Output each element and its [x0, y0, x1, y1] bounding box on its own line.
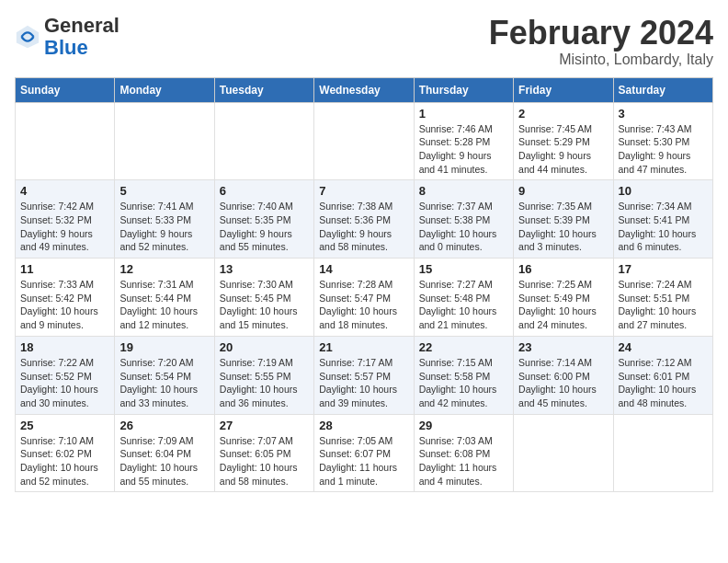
day-number: 1 — [419, 107, 508, 121]
col-saturday: Saturday — [613, 77, 712, 102]
day-info: Sunrise: 7:25 AM Sunset: 5:49 PM Dayligh… — [518, 278, 608, 332]
day-info: Sunrise: 7:10 AM Sunset: 6:02 PM Dayligh… — [20, 434, 109, 488]
day-info: Sunrise: 7:37 AM Sunset: 5:38 PM Dayligh… — [419, 200, 508, 254]
day-info: Sunrise: 7:31 AM Sunset: 5:44 PM Dayligh… — [119, 278, 209, 332]
day-info: Sunrise: 7:45 AM Sunset: 5:29 PM Dayligh… — [518, 122, 608, 177]
day-number: 2 — [518, 107, 608, 121]
calendar-cell — [314, 102, 414, 180]
day-info: Sunrise: 7:28 AM Sunset: 5:47 PM Dayligh… — [319, 278, 408, 332]
calendar-cell: 12Sunrise: 7:31 AM Sunset: 5:44 PM Dayli… — [115, 259, 214, 337]
calendar-cell — [613, 414, 712, 492]
day-number: 28 — [319, 419, 408, 432]
calendar-cell: 28Sunrise: 7:05 AM Sunset: 6:07 PM Dayli… — [314, 414, 414, 492]
calendar-table: Sunday Monday Tuesday Wednesday Thursday… — [15, 77, 713, 493]
logo: General Blue — [15, 15, 119, 59]
day-info: Sunrise: 7:33 AM Sunset: 5:42 PM Dayligh… — [20, 278, 109, 332]
day-info: Sunrise: 7:03 AM Sunset: 6:08 PM Dayligh… — [419, 434, 508, 488]
day-number: 29 — [419, 419, 508, 432]
day-number: 14 — [319, 262, 408, 276]
logo-text: General Blue — [44, 15, 119, 59]
calendar-header: Sunday Monday Tuesday Wednesday Thursday… — [16, 77, 713, 102]
header-row: Sunday Monday Tuesday Wednesday Thursday… — [16, 77, 713, 102]
day-number: 10 — [619, 184, 708, 198]
calendar-week-row: 1Sunrise: 7:46 AM Sunset: 5:28 PM Daylig… — [16, 102, 713, 180]
calendar-cell: 3Sunrise: 7:43 AM Sunset: 5:30 PM Daylig… — [613, 102, 712, 180]
col-wednesday: Wednesday — [314, 77, 414, 102]
calendar-cell: 8Sunrise: 7:37 AM Sunset: 5:38 PM Daylig… — [414, 180, 513, 259]
calendar-cell: 27Sunrise: 7:07 AM Sunset: 6:05 PM Dayli… — [214, 414, 313, 492]
col-sunday: Sunday — [16, 77, 115, 102]
day-info: Sunrise: 7:07 AM Sunset: 6:05 PM Dayligh… — [220, 434, 309, 488]
calendar-cell: 20Sunrise: 7:19 AM Sunset: 5:55 PM Dayli… — [214, 336, 313, 414]
calendar-cell: 21Sunrise: 7:17 AM Sunset: 5:57 PM Dayli… — [314, 336, 414, 414]
calendar-cell: 14Sunrise: 7:28 AM Sunset: 5:47 PM Dayli… — [314, 259, 414, 337]
calendar-cell: 23Sunrise: 7:14 AM Sunset: 6:00 PM Dayli… — [514, 336, 613, 414]
calendar-cell: 17Sunrise: 7:24 AM Sunset: 5:51 PM Dayli… — [613, 259, 712, 337]
day-number: 12 — [119, 262, 209, 276]
calendar-cell: 26Sunrise: 7:09 AM Sunset: 6:04 PM Dayli… — [115, 414, 214, 492]
calendar-cell: 9Sunrise: 7:35 AM Sunset: 5:39 PM Daylig… — [514, 180, 613, 259]
col-thursday: Thursday — [414, 77, 513, 102]
title-area: February 2024 Misinto, Lombardy, Italy — [489, 15, 713, 68]
day-number: 22 — [419, 340, 508, 354]
day-info: Sunrise: 7:09 AM Sunset: 6:04 PM Dayligh… — [119, 434, 209, 488]
day-info: Sunrise: 7:05 AM Sunset: 6:07 PM Dayligh… — [319, 434, 408, 488]
day-info: Sunrise: 7:24 AM Sunset: 5:51 PM Dayligh… — [619, 278, 708, 332]
day-number: 5 — [119, 184, 209, 198]
day-info: Sunrise: 7:42 AM Sunset: 5:32 PM Dayligh… — [20, 200, 109, 254]
page-subtitle: Misinto, Lombardy, Italy — [489, 52, 713, 68]
calendar-cell: 15Sunrise: 7:27 AM Sunset: 5:48 PM Dayli… — [414, 259, 513, 337]
day-number: 13 — [220, 262, 309, 276]
calendar-cell: 4Sunrise: 7:42 AM Sunset: 5:32 PM Daylig… — [16, 180, 115, 259]
day-number: 24 — [619, 340, 708, 354]
calendar-cell: 2Sunrise: 7:45 AM Sunset: 5:29 PM Daylig… — [514, 102, 613, 180]
calendar-week-row: 18Sunrise: 7:22 AM Sunset: 5:52 PM Dayli… — [16, 336, 713, 414]
col-monday: Monday — [115, 77, 214, 102]
day-number: 3 — [619, 107, 708, 121]
calendar-cell: 5Sunrise: 7:41 AM Sunset: 5:33 PM Daylig… — [115, 180, 214, 259]
page-title: February 2024 — [489, 15, 713, 52]
day-number: 26 — [119, 419, 209, 432]
day-number: 6 — [220, 184, 309, 198]
day-info: Sunrise: 7:27 AM Sunset: 5:48 PM Dayligh… — [419, 278, 508, 332]
col-friday: Friday — [514, 77, 613, 102]
day-number: 20 — [220, 340, 309, 354]
calendar-cell: 25Sunrise: 7:10 AM Sunset: 6:02 PM Dayli… — [16, 414, 115, 492]
calendar-cell: 7Sunrise: 7:38 AM Sunset: 5:36 PM Daylig… — [314, 180, 414, 259]
calendar-cell: 6Sunrise: 7:40 AM Sunset: 5:35 PM Daylig… — [214, 180, 313, 259]
day-info: Sunrise: 7:34 AM Sunset: 5:41 PM Dayligh… — [619, 200, 708, 254]
day-info: Sunrise: 7:38 AM Sunset: 5:36 PM Dayligh… — [319, 200, 408, 254]
calendar-week-row: 11Sunrise: 7:33 AM Sunset: 5:42 PM Dayli… — [16, 259, 713, 337]
day-info: Sunrise: 7:19 AM Sunset: 5:55 PM Dayligh… — [220, 356, 309, 410]
day-number: 23 — [518, 340, 608, 354]
day-info: Sunrise: 7:40 AM Sunset: 5:35 PM Dayligh… — [220, 200, 309, 254]
calendar-cell: 29Sunrise: 7:03 AM Sunset: 6:08 PM Dayli… — [414, 414, 513, 492]
day-number: 16 — [518, 262, 608, 276]
day-number: 7 — [319, 184, 408, 198]
calendar-cell: 16Sunrise: 7:25 AM Sunset: 5:49 PM Dayli… — [514, 259, 613, 337]
day-number: 17 — [619, 262, 708, 276]
day-info: Sunrise: 7:15 AM Sunset: 5:58 PM Dayligh… — [419, 356, 508, 410]
calendar-cell: 10Sunrise: 7:34 AM Sunset: 5:41 PM Dayli… — [613, 180, 712, 259]
calendar-cell: 13Sunrise: 7:30 AM Sunset: 5:45 PM Dayli… — [214, 259, 313, 337]
calendar-cell — [514, 414, 613, 492]
calendar-week-row: 25Sunrise: 7:10 AM Sunset: 6:02 PM Dayli… — [16, 414, 713, 492]
day-number: 15 — [419, 262, 508, 276]
calendar-cell — [16, 102, 115, 180]
day-info: Sunrise: 7:46 AM Sunset: 5:28 PM Dayligh… — [419, 122, 508, 177]
day-info: Sunrise: 7:12 AM Sunset: 6:01 PM Dayligh… — [619, 356, 708, 410]
day-number: 21 — [319, 340, 408, 354]
day-info: Sunrise: 7:14 AM Sunset: 6:00 PM Dayligh… — [518, 356, 608, 410]
calendar-week-row: 4Sunrise: 7:42 AM Sunset: 5:32 PM Daylig… — [16, 180, 713, 259]
calendar-cell — [115, 102, 214, 180]
day-number: 9 — [518, 184, 608, 198]
calendar-cell: 19Sunrise: 7:20 AM Sunset: 5:54 PM Dayli… — [115, 336, 214, 414]
calendar-cell: 18Sunrise: 7:22 AM Sunset: 5:52 PM Dayli… — [16, 336, 115, 414]
logo-icon — [15, 24, 40, 50]
day-info: Sunrise: 7:30 AM Sunset: 5:45 PM Dayligh… — [220, 278, 309, 332]
calendar-cell: 11Sunrise: 7:33 AM Sunset: 5:42 PM Dayli… — [16, 259, 115, 337]
day-number: 8 — [419, 184, 508, 198]
calendar-cell — [214, 102, 313, 180]
day-number: 25 — [20, 419, 109, 432]
calendar-body: 1Sunrise: 7:46 AM Sunset: 5:28 PM Daylig… — [16, 102, 713, 492]
